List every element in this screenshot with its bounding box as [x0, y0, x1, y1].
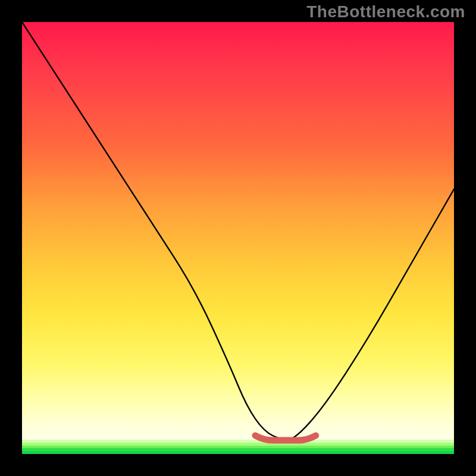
bottleneck-curve	[22, 22, 454, 440]
chart-frame: TheBottleneck.com	[0, 0, 476, 476]
curve-layer	[22, 22, 454, 454]
optimal-range-mark	[255, 436, 316, 440]
watermark-text: TheBottleneck.com	[306, 2, 465, 21]
plot-area	[22, 22, 454, 454]
